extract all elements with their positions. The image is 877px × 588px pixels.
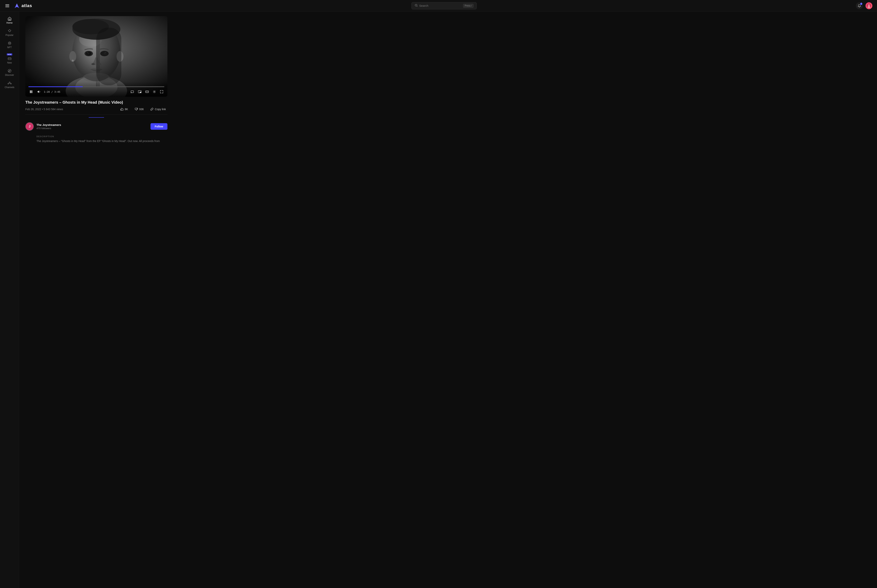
theater-button[interactable] [144, 89, 150, 94]
svg-point-32 [92, 63, 95, 65]
cast-button[interactable] [130, 89, 135, 94]
svg-rect-42 [32, 90, 32, 93]
sidebar-item-discover[interactable]: Discover [2, 67, 18, 78]
main-content: 1:28 / 3:45 [19, 12, 877, 588]
sidebar-label-new: New [7, 62, 12, 64]
channel-followers: 470 followers [36, 127, 61, 130]
video-player: 1:28 / 3:45 [26, 16, 167, 97]
sidebar-label-home: Home [6, 21, 12, 24]
settings-button[interactable] [152, 89, 157, 94]
fullscreen-icon [160, 90, 164, 94]
search-input[interactable] [419, 4, 460, 7]
svg-point-13 [11, 83, 11, 84]
controls-row: 1:28 / 3:45 [29, 89, 164, 94]
svg-point-37 [72, 60, 74, 62]
sidebar-label-discover: Discover [5, 74, 14, 76]
search-bar: Press / [411, 2, 477, 9]
svg-line-1 [417, 6, 417, 6]
description-text: The Joystreamers – "Ghosts in My Head" f… [36, 139, 167, 143]
video-stats: Feb 26, 2022 • 5 843 584 views [26, 108, 63, 111]
svg-rect-50 [120, 109, 121, 110]
controls-left: 1:28 / 3:45 [29, 89, 60, 94]
avatar-image [866, 3, 871, 8]
video-title: The Joystreamers – Ghosts in My Head (Mu… [26, 100, 167, 105]
channel-avatar: J [26, 122, 34, 131]
svg-point-4 [868, 6, 870, 8]
search-icon [415, 4, 418, 8]
logo-link[interactable]: atlas [14, 3, 32, 9]
popular-icon [8, 29, 12, 33]
time-display: 1:28 / 3:45 [44, 90, 60, 93]
svg-rect-51 [137, 108, 138, 110]
pause-icon [29, 90, 33, 94]
svg-rect-5 [9, 19, 10, 20]
sidebar-label-popular: Popular [6, 34, 14, 36]
miniplayer-icon [138, 90, 142, 94]
new-icon [8, 56, 12, 61]
video-info: The Joystreamers – Ghosts in My Head (Mu… [26, 97, 167, 121]
svg-point-49 [154, 92, 155, 92]
new-badge: NEW [7, 53, 12, 56]
description-section: DESCRIPTION The Joystreamers – "Ghosts i… [26, 132, 167, 143]
theater-icon [145, 90, 149, 94]
svg-point-44 [131, 93, 131, 93]
top-navigation: atlas Press / 2 [0, 0, 877, 12]
notification-badge: 2 [860, 2, 863, 5]
channel-avatar-image: J [26, 123, 33, 130]
notification-button[interactable]: 2 [856, 2, 863, 9]
svg-rect-43 [131, 91, 134, 93]
sidebar-item-new[interactable]: NEW New [2, 51, 18, 66]
nav-left: atlas [5, 3, 32, 9]
search-shortcut: Press / [463, 4, 473, 8]
channel-name: The Joystreamers [36, 123, 61, 126]
miniplayer-button[interactable] [137, 89, 143, 94]
channels-icon [8, 81, 12, 85]
logo-icon [14, 3, 20, 9]
description-label: DESCRIPTION [36, 135, 167, 138]
video-controls: 1:28 / 3:45 [26, 82, 167, 97]
like-button[interactable]: 8K [119, 107, 129, 112]
channel-left: J The Joystreamers 470 followers [26, 122, 61, 131]
divider [26, 114, 167, 115]
sidebar-label-channels: Channels [5, 86, 14, 88]
sidebar-item-channels[interactable]: Channels [2, 79, 18, 91]
user-avatar[interactable] [865, 2, 872, 9]
svg-point-12 [8, 83, 9, 84]
svg-text:J: J [29, 124, 30, 128]
tab-underline [89, 117, 104, 118]
volume-button[interactable] [36, 89, 42, 94]
logo-text: atlas [21, 3, 32, 8]
menu-button[interactable] [5, 4, 10, 8]
sidebar-label-nft: NFT [7, 46, 12, 49]
home-icon [8, 16, 12, 21]
thumbs-up-icon [120, 108, 124, 111]
follow-button[interactable]: Follow [150, 123, 167, 130]
video-meta: Feb 26, 2022 • 5 843 584 views 8K 936 [26, 107, 167, 112]
svg-rect-46 [140, 92, 141, 93]
controls-right [130, 89, 164, 94]
gear-icon [152, 90, 156, 94]
svg-rect-40 [96, 28, 121, 85]
sidebar-item-home[interactable]: Home [2, 15, 18, 26]
thumbs-down-icon [135, 108, 138, 111]
svg-point-11 [9, 82, 10, 83]
svg-point-26 [87, 52, 88, 53]
copy-link-button[interactable]: Copy link [149, 107, 167, 112]
fullscreen-button[interactable] [159, 89, 164, 94]
channel-row: J The Joystreamers 470 followers Follow [26, 121, 167, 132]
sidebar-item-popular[interactable]: Popular [2, 27, 18, 38]
nav-right: 2 [856, 2, 872, 9]
svg-rect-7 [8, 58, 11, 60]
pause-button[interactable] [29, 89, 34, 94]
sidebar: Home Popular NFT NEW New Discover [0, 12, 19, 588]
sidebar-item-nft[interactable]: NFT [2, 39, 18, 51]
svg-point-10 [9, 70, 10, 71]
link-icon [150, 108, 153, 111]
channel-info: The Joystreamers 470 followers [36, 123, 61, 130]
progress-bar[interactable] [29, 86, 164, 87]
progress-fill [29, 86, 83, 87]
nft-icon [8, 41, 12, 45]
cast-icon [131, 90, 134, 94]
svg-rect-41 [30, 90, 31, 93]
dislike-button[interactable]: 936 [133, 107, 145, 112]
